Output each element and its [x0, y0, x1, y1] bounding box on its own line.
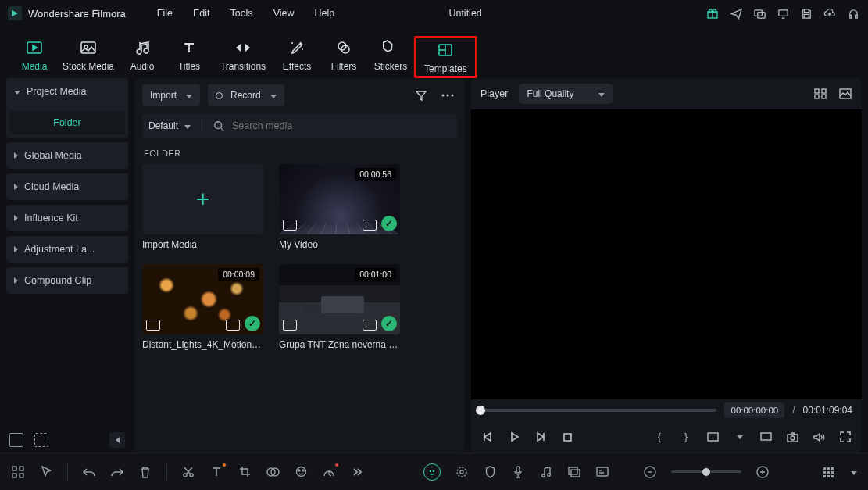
- chevron-right-icon: [14, 150, 18, 161]
- sidebar-item-project-media[interactable]: Project Media Folder: [6, 78, 128, 138]
- cut-icon[interactable]: [181, 465, 195, 479]
- display-icon[interactable]: [759, 430, 773, 444]
- music-icon[interactable]: [539, 465, 553, 479]
- delete-icon[interactable]: [138, 465, 152, 479]
- zoom-in-icon[interactable]: [755, 465, 770, 479]
- save-icon[interactable]: [799, 6, 813, 20]
- sidebar-item-global-media[interactable]: Global Media: [6, 142, 128, 169]
- bottom-toolbar: [0, 452, 868, 490]
- fullscreen-icon[interactable]: [838, 430, 852, 444]
- sidebar-item-influence-kit[interactable]: Influence Kit: [6, 205, 128, 231]
- tab-filters[interactable]: Filters: [320, 39, 367, 78]
- tab-audio[interactable]: Audio: [119, 39, 166, 78]
- seek-knob[interactable]: [476, 406, 485, 415]
- mark-in-icon[interactable]: {: [652, 430, 666, 444]
- picture-icon[interactable]: [838, 87, 852, 101]
- svg-rect-56: [827, 475, 830, 477]
- sidebar-item-compound-clip[interactable]: Compound Clip: [6, 267, 128, 294]
- sidebar-item-adjustment-layer[interactable]: Adjustment La...: [6, 236, 128, 263]
- tab-stickers[interactable]: Stickers: [367, 39, 414, 78]
- view-dropdown-icon[interactable]: [849, 467, 857, 477]
- svg-point-7: [291, 42, 293, 44]
- video-viewport[interactable]: [471, 109, 862, 399]
- speed-icon[interactable]: [322, 465, 336, 479]
- zoom-knob[interactable]: [702, 468, 710, 476]
- tab-effects[interactable]: Effects: [273, 39, 320, 78]
- tab-templates[interactable]: Templates: [421, 41, 470, 74]
- ratio-icon[interactable]: [705, 430, 720, 444]
- top-right-icons: [705, 6, 860, 20]
- shield-icon[interactable]: [483, 465, 497, 479]
- volume-icon[interactable]: [812, 430, 826, 444]
- sidebar-subitem-folder[interactable]: Folder: [9, 111, 125, 134]
- stop-icon[interactable]: [560, 430, 574, 444]
- new-bin-icon[interactable]: [9, 433, 23, 447]
- svg-rect-53: [827, 471, 830, 474]
- snapshot-icon[interactable]: [785, 430, 799, 444]
- crop-icon[interactable]: [238, 465, 252, 479]
- ratio-dropdown-icon[interactable]: [732, 430, 746, 444]
- caption-icon[interactable]: [595, 465, 609, 479]
- undo-icon[interactable]: [82, 465, 96, 479]
- more-icon[interactable]: [438, 86, 457, 105]
- cloud-upload-icon[interactable]: [823, 6, 837, 20]
- search-input[interactable]: [232, 120, 451, 131]
- menu-file[interactable]: File: [157, 8, 173, 19]
- svg-point-38: [433, 470, 434, 471]
- duration-badge: 00:00:56: [355, 168, 396, 181]
- ai-assistant-button[interactable]: [423, 463, 441, 481]
- mask-icon[interactable]: [266, 465, 280, 479]
- send-icon[interactable]: [729, 6, 743, 20]
- svg-point-8: [302, 48, 303, 50]
- new-folder-icon[interactable]: [34, 433, 48, 447]
- media-clip[interactable]: 00:00:56 ✓ My Video: [279, 164, 400, 250]
- quality-dropdown[interactable]: Full Quality: [519, 84, 613, 104]
- redo-icon[interactable]: [110, 465, 124, 479]
- media-grid: + Import Media 00:00:56 ✓ My Video 00:00…: [142, 164, 457, 350]
- sort-dropdown[interactable]: Default: [148, 120, 191, 131]
- play-icon[interactable]: [507, 430, 521, 444]
- import-media-tile[interactable]: + Import Media: [142, 164, 263, 250]
- filter-icon[interactable]: [412, 86, 430, 105]
- media-clip[interactable]: 00:00:09 ✓ Distant_Lights_4K_Motion_B...: [142, 264, 263, 350]
- menu-edit[interactable]: Edit: [193, 8, 210, 19]
- record-dropdown[interactable]: Record: [208, 84, 284, 106]
- svg-rect-54: [831, 471, 834, 474]
- tab-media[interactable]: Media: [11, 39, 58, 78]
- sidebar-item-cloud-media[interactable]: Cloud Media: [6, 173, 128, 200]
- media-clip[interactable]: 00:01:00 ✓ Grupa TNT Zena neverna off...: [279, 264, 400, 350]
- collapse-sidebar-button[interactable]: [109, 432, 125, 448]
- monitor-icon[interactable]: [776, 6, 790, 20]
- prev-frame-icon[interactable]: [480, 430, 495, 444]
- svg-rect-41: [516, 467, 520, 473]
- import-dropdown[interactable]: Import: [142, 84, 200, 106]
- overlay-icon[interactable]: [567, 465, 581, 479]
- enhance-icon[interactable]: [455, 465, 469, 479]
- seek-slider[interactable]: [480, 409, 716, 412]
- color-icon[interactable]: [294, 465, 308, 479]
- mark-out-icon[interactable]: }: [679, 430, 693, 444]
- media-search-bar: Default: [142, 114, 457, 138]
- timeline-view-icon[interactable]: [821, 465, 835, 479]
- module-tabs: Media Stock Media Audio Titles Transitio…: [0, 27, 868, 78]
- mic-icon[interactable]: [511, 465, 525, 479]
- play-forward-icon[interactable]: [534, 430, 548, 444]
- select-tool-icon[interactable]: [39, 465, 53, 479]
- player-header: Player Full Quality: [471, 78, 862, 109]
- tab-stock-media[interactable]: Stock Media: [58, 39, 119, 78]
- tab-transitions[interactable]: Transitions: [213, 39, 273, 78]
- zoom-slider[interactable]: [671, 470, 741, 473]
- stock-media-icon: [80, 39, 97, 56]
- more-tools-icon[interactable]: [350, 465, 364, 479]
- gift-icon[interactable]: [705, 6, 720, 20]
- messages-icon[interactable]: [752, 6, 766, 20]
- headphones-icon[interactable]: [846, 6, 860, 20]
- layout-icon[interactable]: [11, 465, 25, 479]
- grid-view-icon[interactable]: [813, 87, 827, 101]
- zoom-out-icon[interactable]: [643, 465, 657, 479]
- chevron-right-icon: [14, 275, 18, 286]
- tab-titles[interactable]: Titles: [166, 39, 213, 78]
- text-tool-icon[interactable]: [209, 465, 223, 479]
- clip-info-icon: [226, 320, 240, 331]
- svg-rect-22: [708, 433, 718, 441]
